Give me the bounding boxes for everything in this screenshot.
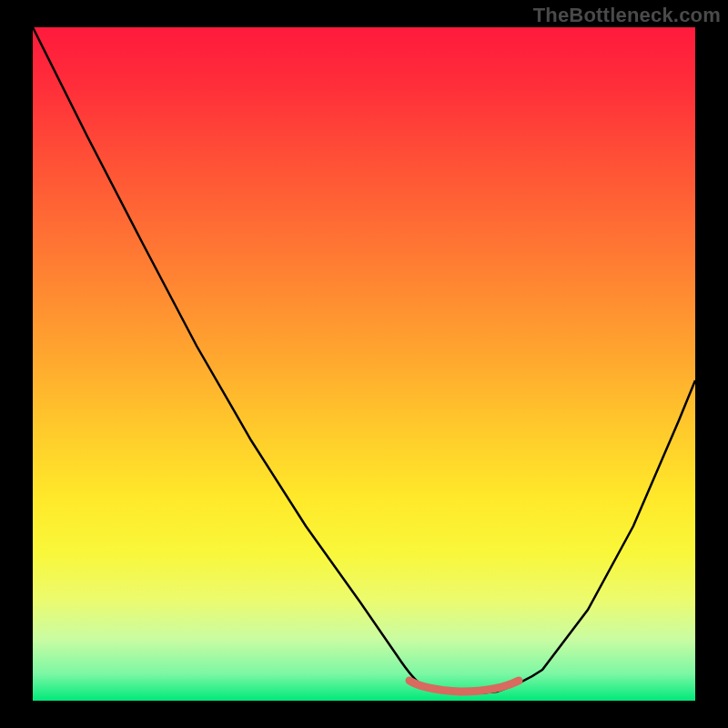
chart-plot-area — [33, 27, 695, 701]
watermark-text: TheBottleneck.com — [533, 4, 721, 27]
chart-svg — [33, 27, 695, 701]
chart-main-curve — [33, 27, 695, 693]
chart-plateau-highlight — [410, 681, 519, 692]
